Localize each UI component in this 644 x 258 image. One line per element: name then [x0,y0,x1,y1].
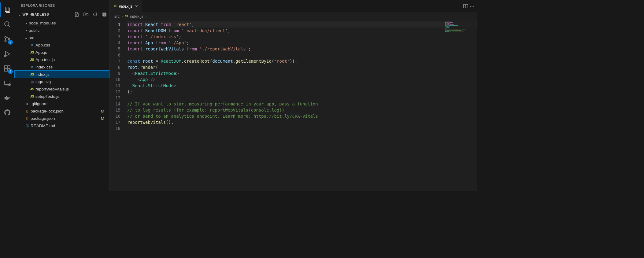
tree-item-label: reportWebVitals.js [35,87,69,91]
breadcrumb[interactable]: src › JS index.js › ... [109,12,477,20]
tab-more-icon[interactable]: ⋯ [470,4,474,9]
tab-label: index.js [119,4,132,9]
js-icon: JS [29,50,35,54]
chevron-right-icon: › [145,14,146,19]
activity-remote[interactable] [0,76,15,90]
sidebar-more-icon[interactable]: ⋯ [101,3,105,7]
svg-point-2 [5,22,9,26]
code-content[interactable]: import React from 'react';import ReactDO… [127,20,477,191]
file-item[interactable]: JSindex.js [15,71,109,78]
json-icon: {} [24,116,31,120]
tree-item-label: src [29,35,34,40]
file-status: M [101,116,104,121]
svg-rect-20 [103,13,105,16]
file-status: M [101,109,104,113]
extensions-badge: 4 [8,69,13,74]
tree-item-label: .gitignore [31,101,48,106]
scm-badge: 2 [8,40,13,45]
file-item[interactable]: ⓘREADME.md [15,122,109,129]
git-icon: ◆ [24,102,31,106]
svg-rect-19 [6,96,7,97]
file-item[interactable]: {}package-lock.jsonM [15,107,109,115]
tree-item-label: node_modules [29,21,56,25]
svg-icon: ▧ [29,80,35,84]
sidebar-title: ESPLORA RISORSE [21,4,55,7]
js-icon: JS [29,87,35,91]
activity-scm[interactable]: 2 [0,32,15,46]
svg-rect-10 [5,69,7,71]
tree-item-label: App.test.js [35,57,55,62]
css-icon: # [29,65,35,69]
tree-item-label: logo.svg [35,79,51,84]
activity-explorer[interactable] [0,2,15,17]
activity-bar: 2 4 [0,0,15,191]
css-icon: # [29,43,35,47]
js-icon: JS [29,72,35,76]
tree-item-label: public [29,28,39,33]
chevron-right-icon: › [121,14,123,19]
tree-item-label: package.json [31,116,55,121]
new-folder-icon[interactable] [83,12,88,17]
activity-run-debug[interactable] [0,46,15,61]
collapse-all-icon[interactable] [102,12,107,17]
line-number-gutter: 123456789101112131415161718 [109,20,127,191]
tab-index-js[interactable]: JS index.js ✕ [109,0,142,12]
tree-item-label: index.js [35,72,50,77]
tree-item-label: README.md [31,123,55,128]
folder-item[interactable]: ⌄src [15,34,109,41]
breadcrumb-part[interactable]: src [114,14,120,19]
folder-name: WP-HEADLESS [23,13,49,16]
tree-item-label: App.css [35,43,50,47]
js-icon: JS [29,58,35,61]
js-icon: JS [125,15,128,18]
close-icon[interactable]: ✕ [135,4,138,9]
minimap[interactable]: ▆▆▆ ▆▆▆ ▆▆▆ ▆▆▆▆ ▆▆▆ ▆▆▆▆ ▆▆▆ ▆▆▆▆▆▆▆ ▆▆… [445,21,476,46]
info-icon: ⓘ [24,123,31,128]
svg-point-5 [5,40,6,42]
new-file-icon[interactable] [74,12,79,17]
chevron-down-icon: ⌄ [18,13,21,17]
split-editor-icon[interactable] [463,4,468,9]
chevron-right-icon: › [24,21,29,25]
breadcrumb-part[interactable]: index.js [130,14,143,19]
svg-rect-13 [5,81,10,85]
folder-item[interactable]: ›node_modules [15,19,109,27]
tree-item-label: setupTests.js [35,94,59,99]
json-icon: {} [24,109,31,113]
tree-item-label: App.js [35,50,47,55]
folder-header[interactable]: ⌄ WP-HEADLESS [15,11,109,18]
code-area[interactable]: 123456789101112131415161718 import React… [109,20,477,191]
sidebar-title-row: ESPLORA RISORSE ⋯ [15,0,109,11]
svg-rect-9 [5,66,7,68]
file-item[interactable]: #index.css [15,63,109,71]
svg-point-4 [5,37,6,38]
js-icon: JS [29,94,35,98]
svg-rect-12 [8,66,10,68]
file-tree: ›node_modules›public⌄src#App.cssJSApp.js… [15,18,109,131]
js-icon: JS [113,5,117,8]
breadcrumb-part[interactable]: ... [148,14,152,19]
activity-docker[interactable] [0,90,15,105]
svg-point-8 [4,55,6,57]
file-item[interactable]: ▧logo.svg [15,78,109,85]
activity-github[interactable] [0,105,15,120]
folder-item[interactable]: ›public [15,27,109,34]
tab-bar: JS index.js ✕ ⋯ [109,0,477,12]
sidebar: ESPLORA RISORSE ⋯ ⌄ WP-HEADLESS ›node_mo… [15,0,109,191]
chevron-right-icon: › [24,28,29,33]
chevron-down-icon: ⌄ [24,35,29,40]
file-item[interactable]: {}package.jsonM [15,115,109,122]
file-item[interactable]: #App.css [15,41,109,49]
svg-line-3 [8,25,10,27]
editor-group: JS index.js ✕ ⋯ src › JS index.js › ... … [109,0,477,191]
refresh-icon[interactable] [93,12,98,17]
file-item[interactable]: JSreportWebVitals.js [15,85,109,93]
file-item[interactable]: JSApp.js [15,49,109,56]
activity-search[interactable] [0,17,15,32]
file-item[interactable]: ◆.gitignore [15,100,109,107]
tree-item-label: index.css [35,65,53,69]
file-item[interactable]: JSsetupTests.js [15,93,109,100]
tree-item-label: package-lock.json [31,109,64,113]
file-item[interactable]: JSApp.test.js [15,56,109,63]
activity-extensions[interactable]: 4 [0,61,15,76]
